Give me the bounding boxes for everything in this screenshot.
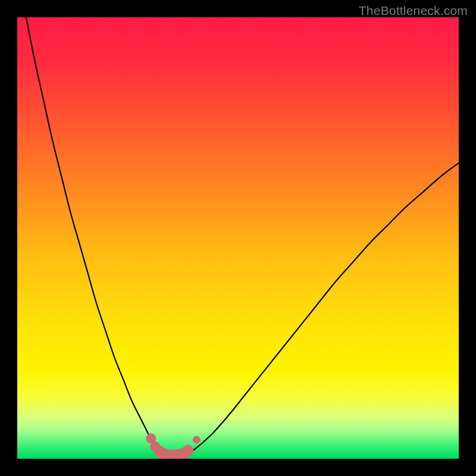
plot-area xyxy=(17,17,459,459)
highlight-markers xyxy=(146,434,200,459)
curve-layer xyxy=(17,17,459,459)
highlight-marker xyxy=(193,436,200,443)
bottleneck-curve-right xyxy=(185,163,459,455)
bottleneck-curve-left xyxy=(26,17,163,455)
outer-frame: TheBottleneck.com xyxy=(0,0,476,476)
watermark-text: TheBottleneck.com xyxy=(359,4,468,18)
highlight-marker xyxy=(183,445,193,456)
